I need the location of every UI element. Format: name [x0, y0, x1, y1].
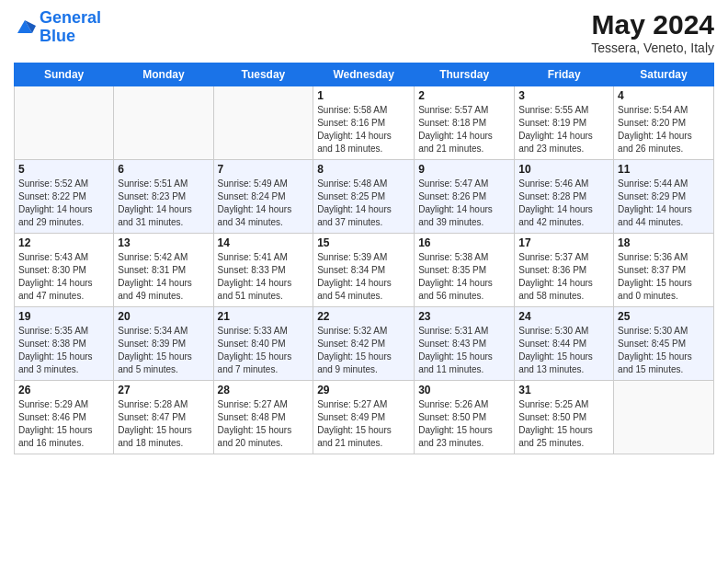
day-number: 26 [18, 384, 109, 396]
table-row: 30Sunrise: 5:26 AM Sunset: 8:50 PM Dayli… [415, 381, 515, 454]
day-info: Sunrise: 5:29 AM Sunset: 8:46 PM Dayligh… [18, 398, 109, 450]
day-info: Sunrise: 5:27 AM Sunset: 8:48 PM Dayligh… [218, 398, 310, 450]
day-number: 17 [518, 236, 609, 249]
location-title: Tessera, Veneto, Italy [591, 40, 714, 55]
day-info: Sunrise: 5:27 AM Sunset: 8:49 PM Dayligh… [317, 398, 410, 450]
day-number: 5 [18, 163, 109, 176]
day-number: 20 [118, 310, 209, 323]
day-info: Sunrise: 5:31 AM Sunset: 8:43 PM Dayligh… [418, 325, 510, 376]
day-info: Sunrise: 5:46 AM Sunset: 8:28 PM Dayligh… [518, 178, 609, 229]
table-row: 1Sunrise: 5:58 AM Sunset: 8:16 PM Daylig… [313, 86, 415, 160]
col-wednesday: Wednesday [313, 63, 415, 86]
day-number: 3 [518, 89, 609, 102]
table-row: 5Sunrise: 5:52 AM Sunset: 8:22 PM Daylig… [15, 160, 114, 234]
table-row [614, 381, 714, 454]
day-number: 9 [418, 163, 510, 176]
day-info: Sunrise: 5:47 AM Sunset: 8:26 PM Dayligh… [418, 178, 510, 229]
month-title: May 2024 [591, 9, 714, 40]
table-row: 23Sunrise: 5:31 AM Sunset: 8:43 PM Dayli… [415, 307, 515, 381]
logo-line2: Blue [40, 27, 75, 45]
day-info: Sunrise: 5:58 AM Sunset: 8:16 PM Dayligh… [317, 104, 410, 155]
day-info: Sunrise: 5:26 AM Sunset: 8:50 PM Dayligh… [418, 398, 510, 450]
calendar-week-row: 1Sunrise: 5:58 AM Sunset: 8:16 PM Daylig… [15, 86, 714, 160]
table-row: 31Sunrise: 5:25 AM Sunset: 8:50 PM Dayli… [515, 381, 614, 454]
day-number: 8 [317, 163, 410, 176]
calendar-week-row: 5Sunrise: 5:52 AM Sunset: 8:22 PM Daylig… [15, 160, 714, 234]
day-number: 24 [518, 310, 609, 323]
logo-line1: General [40, 8, 101, 27]
col-sunday: Sunday [15, 63, 114, 86]
day-info: Sunrise: 5:28 AM Sunset: 8:47 PM Dayligh… [118, 398, 209, 450]
calendar: Sunday Monday Tuesday Wednesday Thursday… [14, 63, 714, 454]
day-info: Sunrise: 5:39 AM Sunset: 8:34 PM Dayligh… [317, 251, 410, 303]
header: General Blue May 2024 Tessera, Veneto, I… [14, 9, 714, 55]
day-info: Sunrise: 5:42 AM Sunset: 8:31 PM Dayligh… [118, 251, 209, 303]
day-number: 29 [317, 384, 410, 396]
day-info: Sunrise: 5:54 AM Sunset: 8:20 PM Dayligh… [618, 104, 710, 155]
day-info: Sunrise: 5:44 AM Sunset: 8:29 PM Dayligh… [618, 178, 710, 229]
table-row: 11Sunrise: 5:44 AM Sunset: 8:29 PM Dayli… [614, 160, 714, 234]
title-block: May 2024 Tessera, Veneto, Italy [591, 9, 714, 55]
logo-text: General Blue [40, 9, 101, 46]
table-row: 17Sunrise: 5:37 AM Sunset: 8:36 PM Dayli… [515, 234, 614, 307]
table-row: 29Sunrise: 5:27 AM Sunset: 8:49 PM Dayli… [313, 381, 415, 454]
table-row: 16Sunrise: 5:38 AM Sunset: 8:35 PM Dayli… [415, 234, 515, 307]
day-number: 21 [218, 310, 310, 323]
day-info: Sunrise: 5:32 AM Sunset: 8:42 PM Dayligh… [317, 325, 410, 376]
table-row [15, 86, 114, 160]
table-row: 26Sunrise: 5:29 AM Sunset: 8:46 PM Dayli… [15, 381, 114, 454]
col-monday: Monday [114, 63, 213, 86]
table-row: 9Sunrise: 5:47 AM Sunset: 8:26 PM Daylig… [415, 160, 515, 234]
day-info: Sunrise: 5:43 AM Sunset: 8:30 PM Dayligh… [18, 251, 109, 303]
table-row: 15Sunrise: 5:39 AM Sunset: 8:34 PM Dayli… [313, 234, 415, 307]
logo: General Blue [14, 9, 101, 46]
day-number: 10 [518, 163, 609, 176]
day-number: 31 [518, 384, 609, 396]
day-number: 2 [418, 89, 510, 102]
day-info: Sunrise: 5:51 AM Sunset: 8:23 PM Dayligh… [118, 178, 209, 229]
table-row: 18Sunrise: 5:36 AM Sunset: 8:37 PM Dayli… [614, 234, 714, 307]
day-info: Sunrise: 5:38 AM Sunset: 8:35 PM Dayligh… [418, 251, 510, 303]
day-number: 14 [218, 236, 310, 249]
day-number: 4 [618, 89, 710, 102]
day-number: 25 [618, 310, 710, 323]
day-info: Sunrise: 5:55 AM Sunset: 8:19 PM Dayligh… [518, 104, 609, 155]
day-number: 6 [118, 163, 209, 176]
table-row: 21Sunrise: 5:33 AM Sunset: 8:40 PM Dayli… [213, 307, 313, 381]
day-number: 12 [18, 236, 109, 249]
table-row: 27Sunrise: 5:28 AM Sunset: 8:47 PM Dayli… [114, 381, 213, 454]
col-thursday: Thursday [415, 63, 515, 86]
table-row: 22Sunrise: 5:32 AM Sunset: 8:42 PM Dayli… [313, 307, 415, 381]
calendar-header-row: Sunday Monday Tuesday Wednesday Thursday… [15, 63, 714, 86]
day-number: 23 [418, 310, 510, 323]
table-row: 28Sunrise: 5:27 AM Sunset: 8:48 PM Dayli… [213, 381, 313, 454]
day-number: 19 [18, 310, 109, 323]
day-number: 22 [317, 310, 410, 323]
table-row: 25Sunrise: 5:30 AM Sunset: 8:45 PM Dayli… [614, 307, 714, 381]
day-number: 18 [618, 236, 710, 249]
table-row [213, 86, 313, 160]
day-number: 16 [418, 236, 510, 249]
day-number: 15 [317, 236, 410, 249]
day-number: 11 [618, 163, 710, 176]
day-number: 30 [418, 384, 510, 396]
table-row: 8Sunrise: 5:48 AM Sunset: 8:25 PM Daylig… [313, 160, 415, 234]
calendar-week-row: 26Sunrise: 5:29 AM Sunset: 8:46 PM Dayli… [15, 381, 714, 454]
day-info: Sunrise: 5:30 AM Sunset: 8:44 PM Dayligh… [518, 325, 609, 376]
table-row: 4Sunrise: 5:54 AM Sunset: 8:20 PM Daylig… [614, 86, 714, 160]
calendar-week-row: 19Sunrise: 5:35 AM Sunset: 8:38 PM Dayli… [15, 307, 714, 381]
table-row: 24Sunrise: 5:30 AM Sunset: 8:44 PM Dayli… [515, 307, 614, 381]
day-number: 7 [218, 163, 310, 176]
day-info: Sunrise: 5:33 AM Sunset: 8:40 PM Dayligh… [218, 325, 310, 376]
day-info: Sunrise: 5:30 AM Sunset: 8:45 PM Dayligh… [618, 325, 710, 376]
table-row: 12Sunrise: 5:43 AM Sunset: 8:30 PM Dayli… [15, 234, 114, 307]
col-tuesday: Tuesday [213, 63, 313, 86]
day-number: 28 [218, 384, 310, 396]
page: General Blue May 2024 Tessera, Veneto, I… [0, 0, 728, 563]
table-row: 3Sunrise: 5:55 AM Sunset: 8:19 PM Daylig… [515, 86, 614, 160]
day-info: Sunrise: 5:25 AM Sunset: 8:50 PM Dayligh… [518, 398, 609, 450]
day-number: 27 [118, 384, 209, 396]
day-info: Sunrise: 5:49 AM Sunset: 8:24 PM Dayligh… [218, 178, 310, 229]
table-row: 10Sunrise: 5:46 AM Sunset: 8:28 PM Dayli… [515, 160, 614, 234]
table-row [114, 86, 213, 160]
